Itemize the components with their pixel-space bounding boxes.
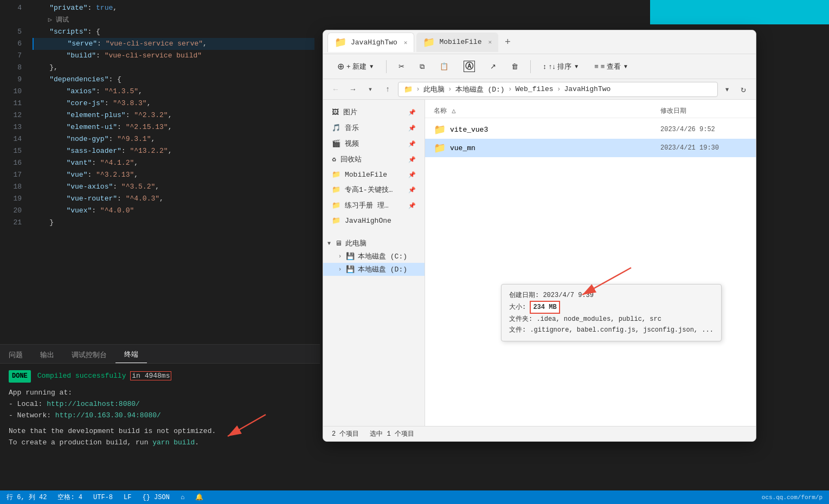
pictures-icon: 🖼 [332, 108, 339, 117]
delete-button[interactable]: 🗑 [506, 60, 524, 73]
add-tab-button[interactable]: + [500, 37, 515, 48]
code-line: "axios": "^1.3.5", [33, 86, 314, 98]
address-dropdown-button[interactable]: ▾ [721, 83, 733, 95]
svg-line-3 [582, 268, 631, 295]
sort-indicator: △ [452, 107, 455, 115]
file-list: 名称 △ 修改日期 📁 vite_vue3 2023/4/26 9:52 📁 v… [425, 100, 756, 426]
view-icon: ≡ [594, 62, 599, 70]
tree-local-d[interactable]: › 💾 本地磁盘 (D:) [323, 263, 425, 276]
code-line: "private": true, [33, 2, 314, 14]
header-name: 名称 △ [434, 106, 658, 115]
tab-mobilefile[interactable]: 📁 MobileFile ✕ [416, 33, 498, 52]
video-icon: 🎬 [332, 139, 340, 148]
file-row-vue-mn[interactable]: 📁 vue_mn 2023/4/21 19:30 [425, 139, 756, 157]
tab-terminal[interactable]: 终端 [115, 346, 147, 363]
file-row-vite-vue3[interactable]: 📁 vite_vue3 2023/4/26 9:52 [425, 120, 756, 139]
share-icon: ↗ [490, 62, 496, 70]
tree-label-local-c: 本地磁盘 (C:) [358, 251, 407, 261]
path-sep2: › [448, 85, 452, 93]
code-line: "vue-axios": "^3.5.2", [33, 181, 314, 193]
tree-this-pc[interactable]: ▼ 🖥 此电脑 [323, 237, 425, 250]
explorer-body: 🖼 图片 📌 🎵 音乐 📌 🎬 视频 📌 ♻ 回收站 📌 📁 M [323, 100, 756, 426]
path-web-files[interactable]: Web_files [515, 85, 553, 93]
paste-button[interactable]: 📋 [434, 60, 454, 73]
folder-icon-mobile: 📁 [332, 170, 340, 179]
cyan-top-bar [650, 0, 829, 24]
new-button[interactable]: ⊕ + 新建 ▼ [332, 59, 380, 74]
status-right-url: ocs.qq.com/form/p [762, 494, 822, 501]
path-javahightwo[interactable]: JavaHighTwo [564, 85, 610, 93]
sort-button[interactable]: ↕ ↑↓ 排序 ▼ [537, 59, 584, 74]
path-sep3: › [508, 85, 512, 93]
tab-problems[interactable]: 问题 [0, 347, 31, 363]
status-bell-icon[interactable]: 🔔 [195, 493, 203, 501]
tab-javahightwo[interactable]: 📁 JavaHighTwo ✕ [327, 33, 414, 52]
sidebar-item-lianxi[interactable]: 📁 练习手册 理… 📌 [325, 198, 422, 213]
cut-button[interactable]: ✂ [393, 60, 410, 73]
terminal-local: - Local: http://localhost:8080/ [9, 398, 311, 410]
status-spaces: 空格: 4 [57, 493, 82, 502]
pc-icon: 🖥 [335, 240, 342, 248]
code-line: "sass-loader": "^13.2.2", [33, 145, 314, 157]
tab-output[interactable]: 输出 [31, 347, 63, 363]
javahighone-label: JavaHighOne [345, 217, 416, 225]
rename-button[interactable]: Ⓐ [458, 58, 480, 75]
vue-mn-date: 2023/4/21 19:30 [660, 144, 747, 152]
pin-icon-recycle: 📌 [408, 156, 416, 163]
network-url[interactable]: http://10.163.30.94:8080/ [55, 411, 161, 419]
explorer-statusbar: 2 个项目 选中 1 个项目 [323, 426, 756, 441]
close-tab1-button[interactable]: ✕ [404, 39, 408, 46]
path-this-pc[interactable]: 此电脑 [423, 85, 445, 94]
close-tab2-button[interactable]: ✕ [488, 38, 492, 46]
svg-line-1 [228, 415, 266, 436]
sidebar-item-video[interactable]: 🎬 视频 📌 [325, 136, 422, 151]
sidebar-item-recycle[interactable]: ♻ 回收站 📌 [325, 152, 422, 167]
sidebar-item-mobilefile[interactable]: 📁 MobileFile 📌 [325, 167, 422, 182]
folder-icon-vite: 📁 [434, 124, 446, 135]
new-label: + 新建 [346, 62, 367, 72]
forward-button[interactable]: → [346, 82, 360, 96]
header-date: 修改日期 [660, 106, 747, 115]
path-sep4: › [557, 85, 561, 93]
pin-icon-mobile: 📌 [408, 171, 416, 178]
copy-button[interactable]: ⧉ [414, 60, 430, 74]
yarn-build-text: yarn build [152, 438, 195, 447]
tree-local-c[interactable]: › 💾 本地磁盘 (C:) [323, 250, 425, 263]
code-line: "element-plus": "^2.3.2", [33, 109, 314, 121]
tooltip-folders: 文件夹: .idea, node_modules, public, src [509, 314, 714, 325]
tree-label-local-d: 本地磁盘 (D:) [358, 264, 407, 274]
up-button[interactable]: ↑ [381, 82, 395, 96]
local-url[interactable]: http://localhost:8080/ [47, 400, 140, 408]
back-button[interactable]: ← [329, 82, 343, 96]
file-name-vue-mn: 📁 vue_mn [434, 142, 656, 154]
compiled-text: Compiled successfully [37, 372, 126, 380]
status-line-col: 行 6, 列 42 [7, 493, 47, 502]
status-language: {} JSON [142, 494, 169, 501]
file-explorer-window: 📁 JavaHighTwo ✕ 📁 MobileFile ✕ + ⊕ + 新建 … [323, 30, 756, 442]
sidebar-item-javahighone[interactable]: 📁 JavaHighOne [325, 214, 422, 228]
vue-mn-label: vue_mn [450, 144, 475, 152]
view-label: ≡ 查看 [601, 62, 621, 72]
copy-icon: ⧉ [420, 62, 425, 71]
code-line: "vue": "^3.2.13", [33, 169, 314, 181]
sidebar-item-music[interactable]: 🎵 音乐 📌 [325, 120, 422, 135]
zhuanggao-label: 专高1-关键技… [345, 185, 404, 195]
code-line: }, [33, 62, 314, 74]
address-path-bar[interactable]: 📁 › 此电脑 › 本地磁盘 (D:) › Web_files › JavaHi… [398, 82, 718, 97]
code-line: "dependencies": { [33, 74, 314, 86]
dropdown-nav-button[interactable]: ▾ [363, 82, 377, 96]
sidebar-item-zhuanggao[interactable]: 📁 专高1-关键技… 📌 [325, 182, 422, 197]
folder-icon-tab2: 📁 [423, 36, 435, 48]
debug-hint[interactable]: ▷ 调试 [33, 14, 314, 26]
sidebar: 🖼 图片 📌 🎵 音乐 📌 🎬 视频 📌 ♻ 回收站 📌 📁 M [323, 100, 425, 426]
view-button[interactable]: ≡ ≡ 查看 ▼ [589, 59, 634, 74]
code-line: "core-js": "^3.8.3", [33, 98, 314, 109]
sidebar-item-pictures[interactable]: 🖼 图片 📌 [325, 105, 422, 120]
tab-debug-console[interactable]: 调试控制台 [63, 347, 115, 363]
folder-icon-vue-mn: 📁 [434, 142, 446, 154]
path-local-disk-d[interactable]: 本地磁盘 (D:) [455, 85, 505, 94]
refresh-button[interactable]: ↻ [736, 82, 750, 96]
status-sync-icon[interactable]: ⌂ [181, 494, 184, 501]
share-button[interactable]: ↗ [485, 60, 502, 73]
status-bar: 行 6, 列 42 空格: 4 UTF-8 LF {} JSON ⌂ 🔔 ocs… [0, 490, 829, 504]
